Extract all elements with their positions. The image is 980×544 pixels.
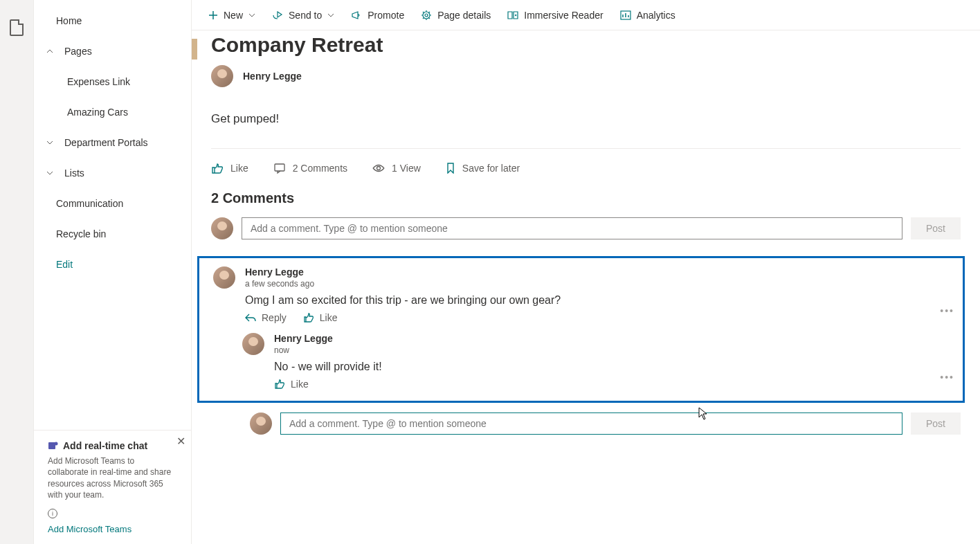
nav-dept-portals[interactable]: Department Portals <box>34 127 191 158</box>
comment-time: now <box>274 345 926 355</box>
nav-communication[interactable]: Communication <box>34 188 191 219</box>
main-content: New Send to Promote Page details Immersi… <box>192 0 980 544</box>
nav-label: Communication <box>56 198 123 209</box>
comment-input[interactable] <box>242 217 902 239</box>
divider <box>211 148 961 149</box>
file-icon[interactable] <box>10 19 24 36</box>
sidebar: Home Pages Expenses Link Amazing Cars De… <box>34 0 192 544</box>
more-icon[interactable]: ••• <box>936 372 959 383</box>
avatar[interactable] <box>242 333 264 355</box>
comments-header: 2 Comments <box>211 190 961 206</box>
comment-author: Henry Legge <box>274 333 926 344</box>
plus-icon <box>208 10 218 20</box>
nav-label: Lists <box>64 167 84 179</box>
svg-point-6 <box>377 167 381 170</box>
new-button[interactable]: New <box>208 10 255 21</box>
chevron-down-icon <box>45 138 55 147</box>
nav-label: Department Portals <box>64 137 148 148</box>
toolbar-label: Promote <box>368 10 404 21</box>
toolbar-label: Page details <box>437 10 491 21</box>
more-icon[interactable]: ••• <box>936 305 959 316</box>
nav-home[interactable]: Home <box>34 6 191 36</box>
title-accent-bar <box>192 39 197 60</box>
chevron-down-icon <box>327 12 334 19</box>
thumbs-up-icon <box>274 379 285 389</box>
toolbar-label: Send to <box>289 10 322 21</box>
nav-expenses[interactable]: Expenses Link <box>34 66 191 97</box>
views-count: 1 View <box>372 163 421 174</box>
svg-rect-5 <box>275 164 284 171</box>
author-name: Henry Legge <box>243 71 302 82</box>
reply-input[interactable] <box>280 412 902 435</box>
nav-pages[interactable]: Pages <box>34 36 191 66</box>
promote-button[interactable]: Promote <box>351 10 404 21</box>
page-details-button[interactable]: Page details <box>421 10 491 21</box>
nav-edit-link[interactable]: Edit <box>34 249 191 280</box>
comment-icon <box>273 163 286 174</box>
chevron-down-icon <box>45 168 55 178</box>
nav-lists[interactable]: Lists <box>34 158 191 188</box>
share-icon <box>272 10 283 20</box>
bookmark-icon <box>446 163 455 174</box>
immersive-reader-button[interactable]: Immersive Reader <box>507 10 603 21</box>
svg-point-1 <box>55 442 58 446</box>
like-button[interactable]: Like <box>211 163 248 174</box>
action-label: Like <box>291 379 309 390</box>
teams-icon <box>48 440 59 451</box>
thumbs-up-icon <box>303 313 314 323</box>
avatar[interactable] <box>211 65 233 87</box>
nav-label: Expenses Link <box>67 76 130 87</box>
reply-button[interactable]: Reply <box>245 312 287 323</box>
post-button[interactable]: Post <box>911 412 961 435</box>
comment-text: No - we will provide it! <box>274 361 926 373</box>
action-label: Like <box>320 312 338 323</box>
stat-label: Like <box>230 163 248 174</box>
svg-point-3 <box>425 14 428 17</box>
reply-icon <box>245 313 256 323</box>
toolbar-label: Analytics <box>637 10 675 21</box>
eye-icon <box>372 163 385 173</box>
avatar <box>211 217 233 239</box>
close-icon[interactable]: ✕ <box>176 435 185 448</box>
nav-recycle-bin[interactable]: Recycle bin <box>34 219 191 249</box>
comment-text: Omg I am so excited for this trip - are … <box>245 294 926 307</box>
promo-text: Add Microsoft Teams to collaborate in re… <box>48 455 177 500</box>
post-button[interactable]: Post <box>911 217 961 239</box>
megaphone-icon <box>351 10 362 20</box>
author-row: Henry Legge <box>211 65 961 87</box>
avatar[interactable] <box>213 266 235 289</box>
like-button[interactable]: Like <box>274 379 309 390</box>
chevron-down-icon <box>248 12 255 19</box>
chart-icon <box>620 10 631 20</box>
nav-label: Recycle bin <box>56 228 106 239</box>
nav-label: Pages <box>64 46 92 57</box>
comment-author: Henry Legge <box>245 266 926 278</box>
save-button[interactable]: Save for later <box>446 163 520 174</box>
comments-count[interactable]: 2 Comments <box>273 163 347 174</box>
info-icon[interactable]: i <box>48 509 57 518</box>
comment-item: Henry Legge a few seconds ago Omg I am s… <box>203 266 959 323</box>
highlighted-comments: Henry Legge a few seconds ago Omg I am s… <box>197 256 965 403</box>
send-to-button[interactable]: Send to <box>272 10 334 21</box>
page-title: Company Retreat <box>211 33 961 57</box>
analytics-button[interactable]: Analytics <box>620 10 675 21</box>
nav-amazing-cars[interactable]: Amazing Cars <box>34 97 191 127</box>
svg-rect-0 <box>48 442 55 449</box>
chevron-up-icon <box>45 46 55 56</box>
promo-link[interactable]: Add Microsoft Teams <box>48 524 177 534</box>
stat-label: 2 Comments <box>293 163 347 174</box>
nav-label: Home <box>56 15 82 26</box>
toolbar-label: New <box>224 10 243 21</box>
like-button[interactable]: Like <box>303 312 338 323</box>
page-body: Get pumped! <box>211 112 961 126</box>
toolbar-label: Immersive Reader <box>524 10 603 21</box>
stat-label: 1 View <box>392 163 421 174</box>
comment-item-nested: Henry Legge now No - we will provide it!… <box>203 333 959 390</box>
action-label: Reply <box>262 312 287 323</box>
avatar <box>250 412 272 435</box>
comment-time: a few seconds ago <box>245 279 926 289</box>
promo-panel: ✕ Add real-time chat Add Microsoft Teams… <box>34 430 191 544</box>
edit-label: Edit <box>56 259 73 270</box>
reader-icon <box>507 10 518 20</box>
gear-icon <box>421 10 432 21</box>
